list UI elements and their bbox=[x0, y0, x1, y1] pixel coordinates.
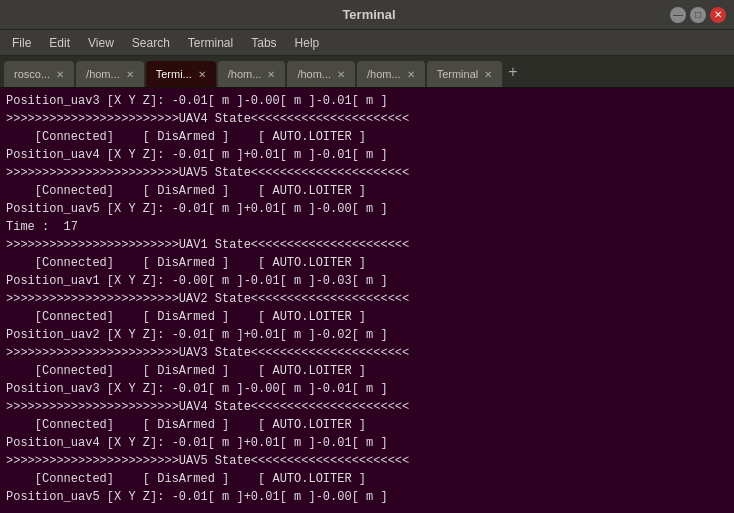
tab-close-3[interactable]: ✕ bbox=[267, 69, 275, 80]
menu-item-edit[interactable]: Edit bbox=[41, 34, 78, 52]
menu-item-view[interactable]: View bbox=[80, 34, 122, 52]
tab-close-6[interactable]: ✕ bbox=[484, 69, 492, 80]
tab-close-2[interactable]: ✕ bbox=[198, 69, 206, 80]
tab-close-0[interactable]: ✕ bbox=[56, 69, 64, 80]
terminal-line: >>>>>>>>>>>>>>>>>>>>>>>>UAV4 State<<<<<<… bbox=[6, 110, 728, 128]
terminal-line: >>>>>>>>>>>>>>>>>>>>>>>>UAV4 State<<<<<<… bbox=[6, 398, 728, 416]
menu-item-search[interactable]: Search bbox=[124, 34, 178, 52]
close-button[interactable]: ✕ bbox=[710, 7, 726, 23]
terminal-line: [Connected] [ DisArmed ] [ AUTO.LOITER ] bbox=[6, 362, 728, 380]
terminal-line: [Connected] [ DisArmed ] [ AUTO.LOITER ] bbox=[6, 182, 728, 200]
tab-label-6: Terminal bbox=[437, 68, 479, 80]
menu-bar: FileEditViewSearchTerminalTabsHelp bbox=[0, 30, 734, 56]
minimize-button[interactable]: — bbox=[670, 7, 686, 23]
terminal-output[interactable]: Position_uav3 [X Y Z]: -0.01[ m ]-0.00[ … bbox=[0, 88, 734, 513]
terminal-line: Time : 17 bbox=[6, 218, 728, 236]
tab-1[interactable]: /hom...✕ bbox=[76, 61, 144, 87]
terminal-line: >>>>>>>>>>>>>>>>>>>>>>>>UAV5 State<<<<<<… bbox=[6, 164, 728, 182]
tab-label-5: /hom... bbox=[367, 68, 401, 80]
terminal-line: [Connected] [ DisArmed ] [ AUTO.LOITER ] bbox=[6, 308, 728, 326]
menu-item-help[interactable]: Help bbox=[287, 34, 328, 52]
tab-label-4: /hom... bbox=[297, 68, 331, 80]
tab-close-4[interactable]: ✕ bbox=[337, 69, 345, 80]
tab-label-0: rosco... bbox=[14, 68, 50, 80]
window-controls: — □ ✕ bbox=[670, 7, 726, 23]
terminal-line: Position_uav3 [X Y Z]: -0.01[ m ]-0.00[ … bbox=[6, 92, 728, 110]
tab-0[interactable]: rosco...✕ bbox=[4, 61, 74, 87]
tab-label-2: Termi... bbox=[156, 68, 192, 80]
tab-5[interactable]: /hom...✕ bbox=[357, 61, 425, 87]
tab-label-3: /hom... bbox=[228, 68, 262, 80]
tab-4[interactable]: /hom...✕ bbox=[287, 61, 355, 87]
terminal-line: >>>>>>>>>>>>>>>>>>>>>>>>UAV5 State<<<<<<… bbox=[6, 452, 728, 470]
terminal-line: [Connected] [ DisArmed ] [ AUTO.LOITER ] bbox=[6, 470, 728, 488]
terminal-line: Position_uav2 [X Y Z]: -0.01[ m ]+0.01[ … bbox=[6, 326, 728, 344]
terminal-line: >>>>>>>>>>>>>>>>>>>>>>>>UAV2 State<<<<<<… bbox=[6, 290, 728, 308]
menu-item-terminal[interactable]: Terminal bbox=[180, 34, 241, 52]
terminal-line: Position_uav1 [X Y Z]: -0.00[ m ]-0.01[ … bbox=[6, 272, 728, 290]
terminal-line: >>>>>>>>>>>>>>>>>>>>>>>>UAV3 State<<<<<<… bbox=[6, 344, 728, 362]
tab-close-5[interactable]: ✕ bbox=[407, 69, 415, 80]
terminal-line: Position_uav5 [X Y Z]: -0.01[ m ]+0.01[ … bbox=[6, 200, 728, 218]
terminal-line: Position_uav4 [X Y Z]: -0.01[ m ]+0.01[ … bbox=[6, 434, 728, 452]
menu-item-tabs[interactable]: Tabs bbox=[243, 34, 284, 52]
tab-6[interactable]: Terminal✕ bbox=[427, 61, 503, 87]
terminal-line: [Connected] [ DisArmed ] [ AUTO.LOITER ] bbox=[6, 416, 728, 434]
tab-close-1[interactable]: ✕ bbox=[126, 69, 134, 80]
title-bar: Terminal — □ ✕ bbox=[0, 0, 734, 30]
tab-3[interactable]: /hom...✕ bbox=[218, 61, 286, 87]
menu-item-file[interactable]: File bbox=[4, 34, 39, 52]
terminal-line: [Connected] [ DisArmed ] [ AUTO.LOITER ] bbox=[6, 254, 728, 272]
window-title: Terminal bbox=[68, 7, 670, 22]
new-tab-button[interactable]: + bbox=[504, 63, 521, 81]
terminal-line: Position_uav5 [X Y Z]: -0.01[ m ]+0.01[ … bbox=[6, 488, 728, 506]
tab-2[interactable]: Termi...✕ bbox=[146, 61, 216, 87]
terminal-line: Position_uav4 [X Y Z]: -0.01[ m ]+0.01[ … bbox=[6, 146, 728, 164]
tab-label-1: /hom... bbox=[86, 68, 120, 80]
terminal-line: [Connected] [ DisArmed ] [ AUTO.LOITER ] bbox=[6, 128, 728, 146]
maximize-button[interactable]: □ bbox=[690, 7, 706, 23]
tab-bar: rosco...✕/hom...✕Termi...✕/hom...✕/hom..… bbox=[0, 56, 734, 88]
terminal-line: >>>>>>>>>>>>>>>>>>>>>>>>UAV1 State<<<<<<… bbox=[6, 236, 728, 254]
terminal-line: Position_uav3 [X Y Z]: -0.01[ m ]-0.00[ … bbox=[6, 380, 728, 398]
